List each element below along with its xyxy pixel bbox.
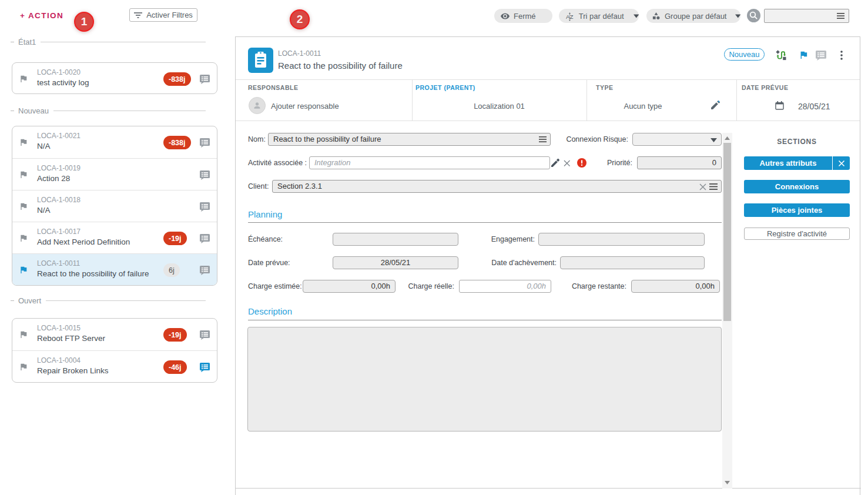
svg-text:Z: Z xyxy=(570,13,574,19)
